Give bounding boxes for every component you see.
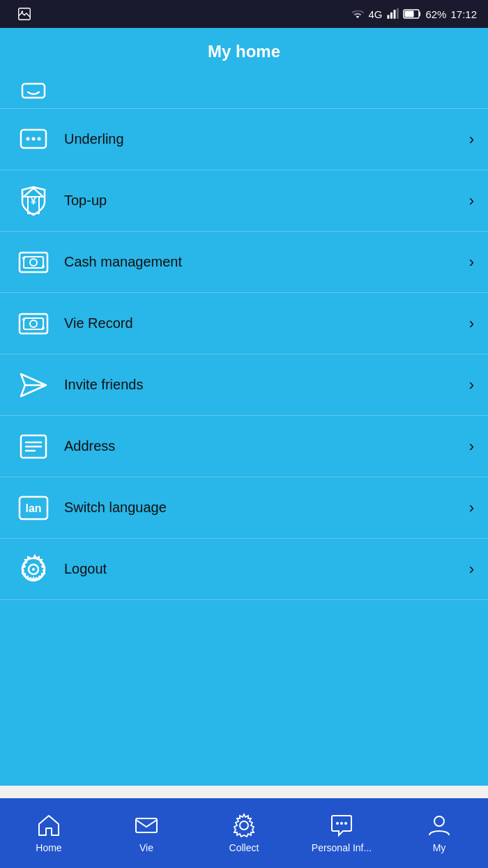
battery-icon	[403, 9, 421, 19]
nav-item-collect[interactable]: Collect	[195, 807, 293, 859]
svg-point-37	[240, 821, 248, 830]
cellular-icon	[386, 8, 399, 20]
menu-item-vie-record[interactable]: Vie Record ›	[0, 293, 488, 354]
nav-home-label: Home	[36, 842, 61, 853]
underling-chevron: ›	[469, 130, 474, 149]
chat-icon	[14, 120, 53, 159]
svg-point-41	[434, 816, 444, 826]
topup-chevron: ›	[469, 192, 474, 210]
record-icon	[14, 304, 53, 343]
nav-collect-label: Collect	[229, 842, 259, 853]
battery-percent: 62%	[425, 8, 446, 20]
nav-item-my[interactable]: My	[390, 807, 488, 859]
signal-icon	[351, 8, 364, 20]
svg-text:¥: ¥	[31, 195, 36, 207]
menu-item-partial	[0, 73, 488, 109]
svg-point-12	[32, 137, 36, 140]
svg-rect-4	[394, 10, 396, 19]
status-bar: 4G 62% 17:12	[0, 0, 488, 28]
invite-label: Invite friends	[64, 377, 469, 393]
svg-point-39	[340, 822, 343, 825]
nav-my-label: My	[433, 842, 446, 853]
svg-rect-9	[22, 84, 45, 98]
svg-point-40	[344, 822, 347, 825]
language-icon: lan	[14, 488, 53, 527]
spacer	[0, 786, 488, 798]
nav-personal-label: Personal Inf...	[312, 842, 372, 853]
page-title: My home	[208, 42, 280, 61]
menu-item-cash[interactable]: Cash management ›	[0, 232, 488, 293]
svg-point-35	[32, 568, 35, 571]
invite-chevron: ›	[469, 376, 474, 394]
svg-point-25	[42, 327, 45, 329]
image-icon	[17, 6, 32, 22]
svg-point-11	[26, 137, 30, 140]
nav-item-personal[interactable]: Personal Inf...	[293, 807, 390, 859]
address-chevron: ›	[469, 437, 474, 456]
svg-rect-8	[405, 11, 414, 17]
address-icon	[14, 427, 53, 466]
svg-point-24	[22, 318, 25, 321]
cash-chevron: ›	[469, 253, 474, 271]
logout-chevron: ›	[469, 560, 474, 578]
address-label: Address	[64, 438, 469, 454]
clock: 17:12	[450, 8, 477, 20]
network-type: 4G	[368, 8, 382, 20]
mail-icon	[134, 813, 159, 838]
language-label: Switch language	[64, 500, 469, 516]
bottom-nav: Home Vie Collect Personal Inf... M	[0, 798, 488, 868]
cash-label: Cash management	[64, 254, 469, 270]
svg-rect-7	[419, 12, 420, 16]
menu-list: Underling › ¥ Top-up › Cash	[0, 109, 488, 786]
menu-item-logout[interactable]: Logout ›	[0, 539, 488, 600]
svg-rect-2	[388, 15, 390, 19]
menu-item-language[interactable]: lan Switch language ›	[0, 477, 488, 539]
menu-item-underling[interactable]: Underling ›	[0, 109, 488, 170]
svg-point-19	[22, 257, 25, 260]
cash-icon	[14, 243, 53, 282]
vie-record-label: Vie Record	[64, 315, 469, 331]
menu-item-invite[interactable]: Invite friends ›	[0, 354, 488, 416]
svg-point-23	[30, 320, 37, 327]
user-icon	[427, 813, 452, 838]
svg-rect-5	[397, 8, 399, 19]
nav-vie-label: Vie	[139, 842, 153, 853]
status-icons: 4G 62% 17:12	[351, 8, 477, 20]
nav-item-home[interactable]: Home	[0, 807, 98, 859]
partial-icon	[14, 71, 53, 110]
svg-rect-36	[136, 818, 157, 832]
svg-point-13	[38, 137, 41, 140]
nav-item-vie[interactable]: Vie	[98, 807, 195, 859]
logout-label: Logout	[64, 561, 469, 577]
topup-icon: ¥	[14, 181, 53, 220]
logout-icon	[14, 550, 53, 589]
underling-label: Underling	[64, 131, 469, 147]
svg-text:lan: lan	[25, 502, 41, 514]
menu-item-address[interactable]: Address ›	[0, 416, 488, 477]
invite-icon	[14, 366, 53, 405]
svg-point-18	[30, 259, 37, 266]
svg-rect-3	[390, 13, 392, 19]
svg-point-38	[336, 822, 339, 825]
home-icon	[36, 813, 61, 838]
header: My home	[0, 28, 488, 73]
menu-item-topup[interactable]: ¥ Top-up ›	[0, 170, 488, 232]
topup-label: Top-up	[64, 193, 469, 209]
gear-icon	[231, 813, 257, 838]
language-chevron: ›	[469, 499, 474, 517]
chat-bubble-icon	[329, 813, 354, 838]
status-bar-left	[11, 6, 346, 22]
vie-record-chevron: ›	[469, 315, 474, 333]
svg-point-20	[42, 265, 45, 268]
